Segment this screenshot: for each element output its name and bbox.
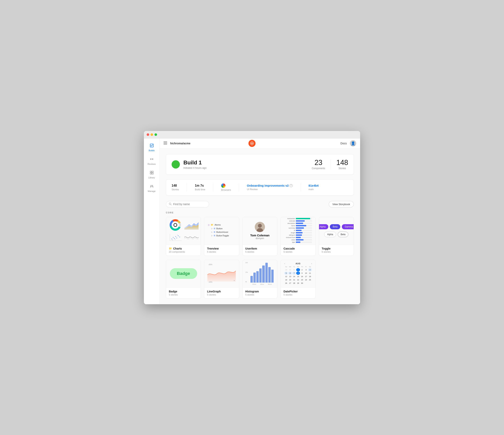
build-status-dot [171, 160, 180, 169]
build-stats: 23 Components 148 Stories [312, 159, 348, 170]
cal-day-28[interactable]: 28 [292, 282, 296, 285]
card-cascade[interactable]: transaction estimate description name su… [280, 217, 315, 256]
build-meta: 148 Stories 1m 7s Build time Browsers [166, 179, 354, 195]
cal-day-10[interactable]: 10 [304, 272, 308, 275]
stories-count: 148 [336, 159, 348, 166]
svg-point-9 [252, 143, 252, 144]
sidebar-item-reviews[interactable]: Reviews [145, 155, 158, 167]
cal-day-2[interactable]: 2 [300, 268, 304, 271]
meta-divider-1 [187, 183, 187, 191]
cal-day-25[interactable]: 25 [308, 278, 312, 281]
cal-day-21[interactable]: 21 [292, 278, 296, 281]
stat-divider [331, 160, 331, 169]
histogram-content: 20k 15k 5k [244, 260, 276, 288]
cal-day-9[interactable]: 9 [300, 272, 304, 275]
card-badge[interactable]: Badge Badge 5 stories [166, 260, 201, 299]
card-charts[interactable]: 📁 Charts 20 components [166, 217, 201, 256]
cal-day-12[interactable]: 12 [284, 275, 288, 278]
maximize-button[interactable] [154, 133, 157, 136]
cal-day[interactable]: 29 [284, 268, 288, 271]
cal-day-11[interactable]: 11 [308, 272, 312, 275]
cal-day-1[interactable]: 1 [296, 268, 300, 271]
sidebar-item-builds[interactable]: Builds [145, 142, 158, 154]
cal-day-22[interactable]: 22 [296, 278, 300, 281]
build-name: Build 1 [183, 160, 207, 166]
build-stories-stat: 148 Stories [336, 159, 348, 170]
card-treeview-preview: ▷ 📁 Atoms ▷ ⊞ Button ▷ [204, 217, 239, 245]
meta-divider-2 [213, 183, 213, 191]
card-toggle[interactable]: Alpha Beta Gamma Alpha Beta [319, 217, 354, 256]
card-datepicker-footer: DatePicker 5 stories [281, 288, 315, 299]
tree-button: ▷ ⊞ Button [208, 227, 235, 230]
toggle-alpha: Alpha [319, 224, 328, 229]
cal-day-15[interactable]: 15 [296, 275, 300, 278]
svg-point-31 [179, 236, 180, 237]
cal-day-20[interactable]: 20 [288, 278, 292, 281]
components-count: 23 [312, 159, 325, 166]
help-icon[interactable]: ? [289, 184, 293, 187]
cal-day-19[interactable]: 19 [284, 278, 288, 281]
cal-day[interactable]: 30 [288, 268, 292, 271]
cal-day-27[interactable]: 27 [288, 282, 292, 285]
card-treeview[interactable]: ▷ 📁 Atoms ▷ ⊞ Button ▷ [204, 217, 239, 256]
sidebar-library-label: Library [148, 176, 155, 179]
card-treeview-name: Treeview [207, 247, 236, 250]
view-storybook-button[interactable]: View Storybook [329, 201, 354, 208]
card-datepicker[interactable]: ‹ AUG › Su Mo Tu We Th [280, 260, 315, 299]
components-grid-row2: Badge Badge 5 stories -25% [166, 260, 354, 299]
card-charts-stories: 20 components [169, 251, 198, 253]
sidebar-item-manage[interactable]: Manage [145, 182, 158, 194]
card-badge-stories: 5 stories [169, 293, 198, 296]
cal-day-14[interactable]: 14 [292, 275, 296, 278]
cal-day-30[interactable]: 30 [300, 282, 304, 285]
cal-hdr-we: We [296, 265, 300, 268]
cal-prev[interactable]: ‹ [284, 263, 285, 265]
cal-day-17[interactable]: 17 [304, 275, 308, 278]
search-box [166, 201, 209, 208]
meta-browsers-label: Browsers [221, 189, 231, 191]
cal-day-4[interactable]: 4 [308, 268, 312, 271]
close-button[interactable] [147, 133, 149, 136]
meta-commit-value[interactable]: 81e4b4 [309, 184, 319, 187]
calendar-content: ‹ AUG › Su Mo Tu We Th [282, 261, 314, 286]
tree-folder-icon2: 📁 [211, 224, 214, 226]
docs-link[interactable]: Docs [341, 142, 347, 145]
cal-day-13[interactable]: 13 [288, 275, 292, 278]
cal-day-6[interactable]: 6 [288, 272, 292, 275]
svg-rect-3 [150, 173, 152, 174]
app-layout: Builds Reviews [144, 138, 360, 304]
cal-day-18[interactable]: 18 [308, 275, 312, 278]
meta-buildtime-value: 1m 7s [195, 184, 205, 187]
cal-day-5[interactable]: 5 [284, 272, 288, 275]
svg-point-28 [175, 236, 176, 237]
cal-day-16[interactable]: 16 [300, 275, 304, 278]
card-linegraph[interactable]: -25% x -15% [204, 260, 239, 299]
cal-day-3[interactable]: 3 [304, 268, 308, 271]
cal-day-29[interactable]: 29 [296, 282, 300, 285]
sidebar-item-library[interactable]: Library [145, 169, 158, 181]
cal-day-7[interactable]: 7 [292, 272, 296, 275]
card-badge-name: Badge [169, 290, 198, 293]
cal-day-8[interactable]: 8 [296, 272, 300, 275]
meta-review-link[interactable]: Onboarding improvements v2 [247, 184, 289, 187]
titlebar [144, 131, 360, 138]
minimize-button[interactable] [151, 133, 153, 136]
card-histogram[interactable]: 20k 15k 5k [242, 260, 277, 299]
section-label: CORE [166, 211, 354, 214]
cal-day-23[interactable]: 23 [300, 278, 304, 281]
search-icon [169, 203, 171, 206]
cal-day[interactable]: 31 [292, 268, 296, 271]
cal-day-26[interactable]: 26 [284, 282, 288, 285]
sidebar-builds-label: Builds [149, 149, 155, 152]
cal-day-24[interactable]: 24 [304, 278, 308, 281]
search-input[interactable] [173, 203, 206, 206]
svg-point-32 [172, 240, 173, 240]
cal-next[interactable]: › [311, 263, 312, 265]
user-avatar [255, 222, 265, 232]
cal-hdr-fr: Fr [304, 265, 308, 268]
card-useritem[interactable]: Tom Coleman domyen UserItem 5 stories [242, 217, 277, 256]
meta-commit-label: main [309, 188, 319, 191]
linegraph-content: -25% x -15% [206, 262, 237, 286]
avatar: 👤 [350, 140, 356, 146]
menu-icon[interactable] [163, 142, 167, 145]
